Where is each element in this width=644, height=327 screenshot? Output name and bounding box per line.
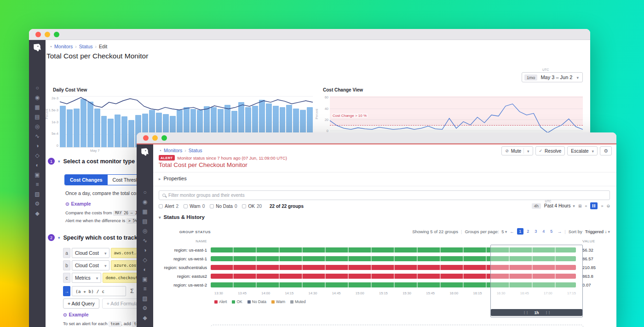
- zoom-out-icon[interactable]: [606, 204, 610, 208]
- page-2[interactable]: 2: [525, 228, 531, 235]
- search-icon[interactable]: ○: [29, 83, 46, 93]
- tab-cost-changes[interactable]: Cost Changes: [65, 175, 108, 185]
- group-filter-search[interactable]: [159, 190, 610, 200]
- page-5[interactable]: 5: [548, 228, 555, 235]
- page-3[interactable]: 3: [533, 228, 539, 235]
- notebooks-icon[interactable]: ▧: [29, 189, 46, 199]
- filter-no-data[interactable]: No Data0: [210, 204, 237, 209]
- brush-handle[interactable]: 1h: [491, 309, 582, 316]
- step-forward-icon[interactable]: [601, 204, 603, 208]
- next-page-arrow[interactable]: →: [558, 229, 562, 234]
- separator: |: [461, 229, 462, 234]
- time-range-selector[interactable]: UTC 1mo May 3 – Jun 2: [522, 72, 583, 82]
- breadcrumb-item-status[interactable]: Status: [79, 44, 93, 49]
- legend-label: Warn: [276, 299, 285, 304]
- maximize-button[interactable]: [161, 135, 167, 141]
- synthetics-icon[interactable]: ◇: [29, 151, 46, 161]
- metrics-icon[interactable]: ∿: [29, 132, 46, 141]
- window-titlebar[interactable]: [137, 132, 616, 143]
- monitor-status-text: Monitor status since 7 hours ago (07 Jun…: [178, 155, 288, 161]
- checkbox[interactable]: [242, 204, 246, 208]
- legend-no-data: No Data: [247, 299, 266, 304]
- apm-icon[interactable]: ◎: [29, 122, 46, 132]
- sort-select[interactable]: Triggered ↓: [585, 229, 610, 234]
- minimize-button[interactable]: [152, 135, 158, 141]
- step2-header[interactable]: 2 ▾ Specify which cost to track: [48, 234, 138, 241]
- filter-ok[interactable]: OK20: [242, 204, 262, 209]
- mute-button[interactable]: Mute: [501, 146, 533, 155]
- prev-page-arrow[interactable]: ←: [510, 229, 514, 234]
- watchdog-icon[interactable]: ◉: [29, 93, 46, 103]
- filter-warn[interactable]: Warn0: [184, 204, 205, 209]
- metrics-icon[interactable]: ∿: [137, 236, 153, 246]
- step-back-icon[interactable]: [585, 204, 587, 208]
- example-label: Example: [65, 201, 91, 207]
- add-query-button[interactable]: + Add Query: [63, 298, 99, 309]
- search-input[interactable]: [168, 193, 606, 198]
- notebooks-icon[interactable]: ▧: [137, 294, 153, 304]
- logs-icon[interactable]: ≡: [137, 284, 153, 294]
- close-button[interactable]: [143, 135, 149, 141]
- query-letter-badge: b: [63, 260, 70, 270]
- expand-icon[interactable]: [578, 204, 582, 208]
- breadcrumb-item-monitors[interactable]: Monitors: [54, 44, 73, 49]
- per-page-select[interactable]: 5: [501, 229, 507, 234]
- logs-icon[interactable]: ≡: [29, 180, 46, 189]
- chevron-down-icon[interactable]: ▾: [58, 159, 60, 164]
- security-icon[interactable]: ▣: [29, 170, 46, 180]
- page-4[interactable]: 4: [540, 228, 547, 235]
- dashboards-icon[interactable]: ▦: [29, 103, 46, 112]
- settings-icon[interactable]: ◆: [29, 209, 46, 218]
- sigma-icon[interactable]: Σ: [127, 286, 137, 296]
- settings-icon[interactable]: ◆: [137, 313, 153, 323]
- synthetics-icon[interactable]: ◇: [137, 255, 153, 265]
- filter-alert[interactable]: Alert2: [159, 204, 178, 209]
- rum-icon[interactable]: ◐: [29, 161, 46, 170]
- apm-icon[interactable]: ◎: [137, 226, 153, 236]
- integrations-icon[interactable]: ⚙: [29, 199, 46, 209]
- settings-button[interactable]: [600, 146, 612, 155]
- infrastructure-icon[interactable]: ▤: [137, 217, 153, 226]
- dashboards-icon[interactable]: ▦: [137, 207, 153, 217]
- pause-button[interactable]: [590, 202, 598, 209]
- chevron-down-icon[interactable]: ▾: [58, 235, 60, 240]
- status-history-toggle[interactable]: Status & History: [159, 214, 205, 220]
- step1-header[interactable]: 1 ▾ Select a cost monitor type: [48, 158, 135, 165]
- maximize-button[interactable]: [54, 32, 59, 37]
- time-tick: 15:15: [379, 291, 388, 295]
- checkbox[interactable]: [159, 204, 163, 208]
- filter-count: 0: [235, 204, 237, 209]
- resolve-button[interactable]: Resolve: [535, 146, 565, 155]
- monitors-icon[interactable]: ◑: [137, 246, 153, 255]
- datadog-logo[interactable]: [32, 43, 42, 53]
- search-icon[interactable]: ○: [137, 188, 153, 197]
- window-titlebar[interactable]: [29, 29, 590, 40]
- breadcrumb: Monitors›Status›Edit: [49, 44, 107, 49]
- time-tick: 14:30: [309, 291, 317, 295]
- watchdog-icon[interactable]: ◉: [137, 197, 153, 207]
- rum-icon[interactable]: ◐: [137, 265, 153, 275]
- monitors-icon[interactable]: ◑: [29, 141, 46, 151]
- properties-toggle[interactable]: Properties: [159, 176, 187, 181]
- data-source-dropdown[interactable]: Cloud Cost: [72, 248, 109, 258]
- minimize-button[interactable]: [45, 32, 50, 37]
- formula-input[interactable]: (a + b) / c: [72, 286, 126, 296]
- checkbox[interactable]: [184, 204, 188, 208]
- checkbox[interactable]: [210, 204, 214, 208]
- integrations-icon[interactable]: ⚙: [137, 304, 153, 313]
- utc-label: UTC: [545, 200, 551, 203]
- time-tick: 13:30: [214, 291, 223, 295]
- time-range-selector[interactable]: UTC Past 4 Hours: [544, 203, 575, 208]
- breadcrumb-item-status[interactable]: Status: [189, 148, 202, 153]
- time-brush[interactable]: 1h: [490, 245, 583, 317]
- legend-swatch: [232, 300, 235, 304]
- breadcrumb-item-monitors[interactable]: Monitors: [164, 148, 182, 153]
- infrastructure-icon[interactable]: ▤: [29, 112, 46, 122]
- security-icon[interactable]: ▣: [137, 275, 153, 284]
- escalate-button[interactable]: Escalate: [567, 146, 598, 155]
- data-source-dropdown[interactable]: Metrics: [72, 273, 101, 283]
- data-source-dropdown[interactable]: Cloud Cost: [72, 260, 109, 270]
- close-button[interactable]: [35, 32, 41, 37]
- page-1[interactable]: 1: [517, 228, 523, 235]
- datadog-logo[interactable]: [140, 147, 150, 157]
